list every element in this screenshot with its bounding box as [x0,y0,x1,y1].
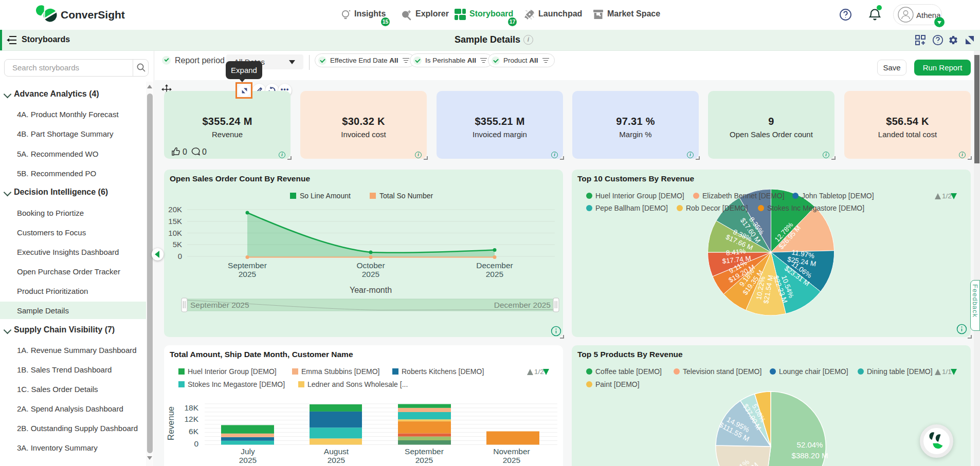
svg-text:November: November [493,447,530,456]
svg-text:2025: 2025 [239,270,256,278]
svg-text:October: October [356,261,385,270]
svg-text:20K: 20K [168,205,182,214]
svg-text:12K: 12K [184,415,198,423]
svg-text:0: 0 [194,439,198,448]
svg-text:2025: 2025 [328,456,345,464]
svg-text:0: 0 [178,252,182,260]
svg-text:2025: 2025 [239,456,257,464]
svg-text:6K: 6K [189,427,199,436]
svg-text:5K: 5K [173,240,182,249]
svg-text:September 2025: September 2025 [190,301,249,309]
svg-text:15K: 15K [168,217,182,226]
svg-text:$388.20 M: $388.20 M [792,451,828,460]
svg-text:2025: 2025 [503,456,520,464]
svg-text:52.04%: 52.04% [797,440,823,449]
svg-text:10K: 10K [168,229,182,237]
svg-text:September: September [405,447,444,456]
svg-text:18K: 18K [184,403,198,412]
svg-text:Year-month: Year-month [350,286,392,294]
svg-text:2025: 2025 [415,456,433,464]
svg-text:December 2025: December 2025 [494,301,551,309]
svg-text:2025: 2025 [362,270,379,278]
svg-text:December: December [476,261,513,270]
svg-text:2025: 2025 [486,270,503,278]
svg-text:August: August [324,447,349,456]
svg-text:Revenue: Revenue [166,406,175,440]
svg-text:September: September [228,261,267,270]
svg-text:July: July [241,447,255,456]
